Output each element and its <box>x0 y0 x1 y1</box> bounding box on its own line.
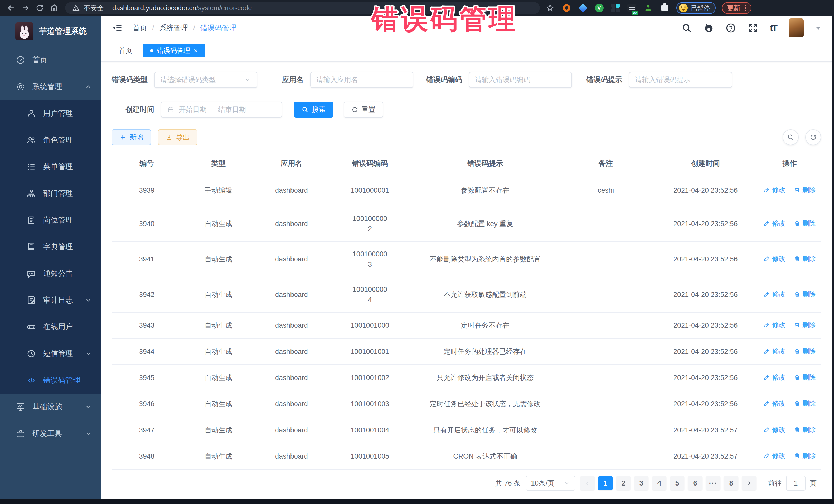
sidebar-item-8[interactable]: 通知公告 <box>0 260 101 287</box>
delete-link[interactable]: 删除 <box>794 320 816 330</box>
error-code-table: 编号 类型 应用名 错误码编码 错误码提示 备注 创建时间 操作 3939手动编… <box>112 152 821 469</box>
extension-green-v-icon[interactable]: V <box>595 4 603 12</box>
delete-link[interactable]: 删除 <box>794 346 816 356</box>
error-hint-input[interactable]: 请输入错误码提示 <box>629 72 732 88</box>
edit-link[interactable]: 修改 <box>764 346 786 356</box>
fullscreen-icon[interactable] <box>748 23 758 33</box>
extension-person-icon[interactable] <box>643 3 653 13</box>
sidebar-item-7[interactable]: 字典管理 <box>0 234 101 260</box>
page-button-2[interactable]: 2 <box>616 476 631 490</box>
edit-link[interactable]: 修改 <box>764 451 786 461</box>
delete-link[interactable]: 删除 <box>794 218 816 228</box>
extension-grid-icon[interactable] <box>611 3 620 13</box>
page-button-4[interactable]: 4 <box>652 476 666 490</box>
search-button[interactable]: 搜索 <box>294 102 333 117</box>
edit-link[interactable]: 修改 <box>764 320 786 330</box>
toggle-search-button[interactable] <box>783 129 798 145</box>
browser-chrome: 不安全 dashboard.yudao.iocoder.cn/system/er… <box>0 0 834 16</box>
extension-orange-ring-icon[interactable] <box>562 3 571 13</box>
add-button[interactable]: 新增 <box>112 129 151 145</box>
sidebar-item-11[interactable]: 短信管理 <box>0 340 101 367</box>
collapse-menu-icon[interactable] <box>112 22 123 34</box>
page-button-6[interactable]: 6 <box>688 476 702 490</box>
error-type-select[interactable]: 请选择错误码类型 <box>154 72 257 88</box>
edit-link[interactable]: 修改 <box>764 218 786 228</box>
browser-back-icon[interactable] <box>5 2 17 14</box>
prev-page-button[interactable] <box>580 476 595 490</box>
plus-icon <box>119 134 127 141</box>
search-icon[interactable] <box>682 23 692 33</box>
sidebar-item-4[interactable]: 菜单管理 <box>0 153 101 180</box>
edit-link[interactable]: 修改 <box>764 398 786 409</box>
url-text[interactable]: dashboard.yudao.iocoder.cn/system/error-… <box>112 4 252 12</box>
browser-update-button[interactable]: 更新 <box>722 2 751 14</box>
browser-reload-icon[interactable] <box>34 2 46 14</box>
help-icon[interactable] <box>726 23 736 33</box>
cell-hint: CRON 表达式不正确 <box>412 443 559 469</box>
edit-link[interactable]: 修改 <box>764 424 786 435</box>
page-button-5[interactable]: 5 <box>670 476 684 490</box>
tab-home[interactable]: 首页 <box>112 44 139 58</box>
breadcrumb-home[interactable]: 首页 <box>133 23 147 33</box>
browser-profile-chip[interactable]: 已暂停 <box>676 2 716 14</box>
page-size-select[interactable]: 10条/页 <box>526 476 575 491</box>
user-avatar[interactable] <box>789 19 804 38</box>
sidebar-item-0[interactable]: 首页 <box>0 47 101 73</box>
bookmark-star-icon[interactable] <box>546 4 554 12</box>
sidebar-item-3[interactable]: 角色管理 <box>0 127 101 153</box>
browser-home-icon[interactable] <box>48 2 60 14</box>
megaphone-icon <box>27 269 36 278</box>
page-button-8[interactable]: 8 <box>724 476 738 490</box>
reset-button[interactable]: 重置 <box>344 102 383 117</box>
delete-link[interactable]: 删除 <box>794 451 816 461</box>
delete-link[interactable]: 删除 <box>794 289 816 299</box>
sidebar-logo-row[interactable]: 芋道管理系统 <box>0 16 101 47</box>
page-button-1[interactable]: 1 <box>598 476 613 490</box>
extension-list-on-icon[interactable]: on <box>627 3 636 13</box>
browser-scrollbar[interactable] <box>832 16 834 504</box>
edit-link[interactable]: 修改 <box>764 254 786 264</box>
tab-error-code[interactable]: 错误码管理 × <box>143 44 205 58</box>
delete-link[interactable]: 删除 <box>794 185 816 195</box>
export-button[interactable]: 导出 <box>158 129 197 145</box>
sidebar-item-12[interactable]: 错误码管理 <box>0 367 101 394</box>
breadcrumb-system[interactable]: 系统管理 <box>159 23 188 33</box>
delete-link[interactable]: 删除 <box>794 398 816 409</box>
address-bar[interactable]: 不安全 dashboard.yudao.iocoder.cn/system/er… <box>65 2 540 14</box>
refresh-table-button[interactable] <box>805 129 821 145</box>
extension-puzzle-icon[interactable] <box>660 3 669 13</box>
edit-link[interactable]: 修改 <box>764 185 786 195</box>
app-name-input[interactable]: 请输入应用名 <box>310 72 413 88</box>
edit-link[interactable]: 修改 <box>764 289 786 299</box>
header-actions: tT <box>682 19 821 38</box>
avatar-dropdown-caret-icon[interactable] <box>815 27 821 32</box>
col-time: 创建时间 <box>653 152 758 175</box>
goto-page: 前往 1 页 <box>768 476 816 491</box>
address-divider <box>108 5 108 11</box>
error-code-input[interactable]: 请输入错误码编码 <box>469 72 572 88</box>
next-page-button[interactable] <box>742 476 756 490</box>
extension-blue-gem-icon[interactable] <box>578 3 588 13</box>
security-label[interactable]: 不安全 <box>84 4 104 13</box>
sidebar-item-6[interactable]: 岗位管理 <box>0 207 101 234</box>
page-button-3[interactable]: 3 <box>634 476 649 490</box>
date-range-picker[interactable]: 开始日期 - 结束日期 <box>161 102 282 117</box>
browser-menu-kebab-icon[interactable] <box>745 5 746 11</box>
sidebar-item-13[interactable]: 基础设施 <box>0 394 101 420</box>
sidebar-item-10[interactable]: 在线用户 <box>0 313 101 340</box>
sidebar-item-1[interactable]: 系统管理 <box>0 73 101 100</box>
sidebar-item-9[interactable]: 审计日志 <box>0 287 101 313</box>
delete-link[interactable]: 删除 <box>794 254 816 264</box>
goto-page-input[interactable]: 1 <box>786 476 806 491</box>
delete-link[interactable]: 删除 <box>794 372 816 382</box>
tab-close-icon[interactable]: × <box>194 47 198 54</box>
sidebar-item-5[interactable]: 部门管理 <box>0 180 101 207</box>
browser-forward-icon[interactable] <box>20 2 31 14</box>
delete-link[interactable]: 删除 <box>794 424 816 435</box>
edit-link[interactable]: 修改 <box>764 372 786 382</box>
more-pages-button[interactable]: ··· <box>706 476 720 490</box>
sidebar-item-2[interactable]: 用户管理 <box>0 100 101 127</box>
font-size-icon[interactable]: tT <box>770 23 777 33</box>
sidebar-item-14[interactable]: 研发工具 <box>0 420 101 447</box>
github-icon[interactable] <box>704 23 714 33</box>
